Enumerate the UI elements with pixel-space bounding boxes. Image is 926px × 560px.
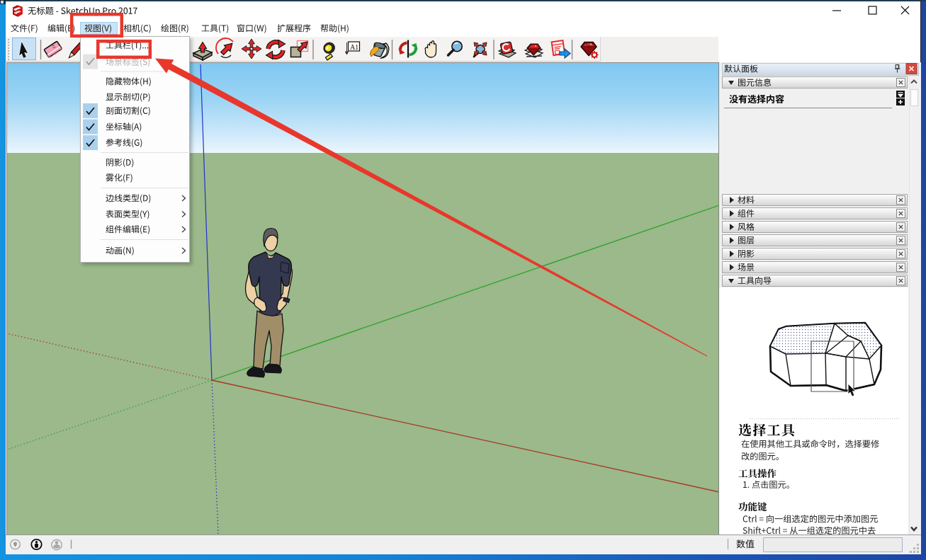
svg-text:A1: A1 bbox=[350, 43, 358, 51]
